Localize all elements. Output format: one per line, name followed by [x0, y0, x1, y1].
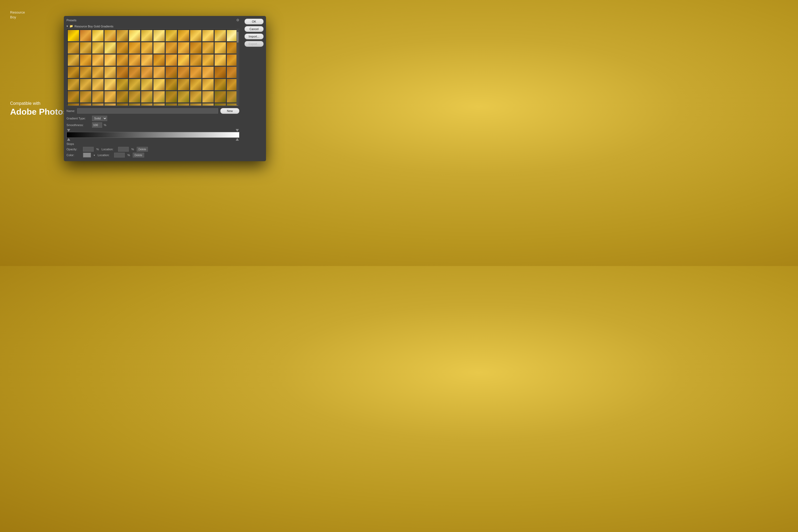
- gradient-cell[interactable]: [68, 42, 79, 54]
- gradient-cell[interactable]: [104, 91, 116, 103]
- gradient-cell[interactable]: [141, 103, 153, 106]
- gradient-cell[interactable]: [166, 66, 177, 78]
- location-color-input[interactable]: [114, 153, 125, 157]
- delete-opacity-button[interactable]: Delete: [137, 147, 148, 152]
- gradient-cell[interactable]: [129, 42, 140, 54]
- gradient-cell[interactable]: [68, 66, 79, 78]
- gradient-cell[interactable]: [92, 66, 104, 78]
- gradient-cell[interactable]: [116, 66, 128, 78]
- gradient-cell[interactable]: [202, 66, 214, 78]
- gradient-cell[interactable]: [166, 42, 177, 54]
- ok-button[interactable]: OK: [244, 19, 264, 24]
- location-opacity-input[interactable]: [118, 147, 129, 152]
- gradient-cell[interactable]: [80, 79, 92, 91]
- gradient-cell[interactable]: [190, 30, 202, 41]
- gradient-cell[interactable]: [68, 54, 79, 66]
- name-input[interactable]: [77, 108, 218, 114]
- color-stop-right[interactable]: [236, 138, 239, 141]
- gear-icon[interactable]: ⚙: [236, 18, 240, 22]
- gradient-cell[interactable]: [104, 30, 116, 41]
- gradient-cell[interactable]: [178, 103, 189, 106]
- gradient-cell[interactable]: [214, 79, 226, 91]
- gradient-cell[interactable]: [92, 30, 104, 41]
- gradient-cell[interactable]: [80, 91, 92, 103]
- gradient-cell[interactable]: [92, 91, 104, 103]
- gradient-cell[interactable]: [190, 66, 202, 78]
- gradient-cell[interactable]: [141, 79, 153, 91]
- gradient-cell[interactable]: [153, 79, 165, 91]
- gradient-cell[interactable]: [202, 91, 214, 103]
- gradient-cell[interactable]: [116, 91, 128, 103]
- cancel-button[interactable]: Cancel: [244, 26, 264, 32]
- gradient-cell[interactable]: [80, 42, 92, 54]
- gradient-cell[interactable]: [92, 42, 104, 54]
- gradient-cell[interactable]: [141, 66, 153, 78]
- gradient-cell[interactable]: [214, 91, 226, 103]
- gradient-cell[interactable]: [80, 30, 92, 41]
- gradient-cell[interactable]: [153, 54, 165, 66]
- gradient-cell[interactable]: [178, 54, 189, 66]
- gradient-cell[interactable]: [153, 91, 165, 103]
- gradient-cell[interactable]: [166, 54, 177, 66]
- scrollbar-thumb[interactable]: [237, 32, 239, 42]
- gradient-cell[interactable]: [92, 103, 104, 106]
- gradient-cell[interactable]: [129, 91, 140, 103]
- gradient-cell[interactable]: [104, 103, 116, 106]
- gradient-cell[interactable]: [202, 42, 214, 54]
- gradient-cell[interactable]: [214, 66, 226, 78]
- gradient-cell[interactable]: [116, 103, 128, 106]
- gradient-cell[interactable]: [92, 79, 104, 91]
- gradient-cell[interactable]: [190, 54, 202, 66]
- gradient-cell[interactable]: [129, 66, 140, 78]
- gradient-cell[interactable]: [80, 54, 92, 66]
- gradient-cell[interactable]: [202, 54, 214, 66]
- gradient-cell[interactable]: [141, 42, 153, 54]
- gradient-cell[interactable]: [141, 30, 153, 41]
- gradient-cell[interactable]: [104, 54, 116, 66]
- import-button[interactable]: Import...: [244, 34, 264, 39]
- gradient-cell[interactable]: [190, 79, 202, 91]
- gradient-cell[interactable]: [153, 103, 165, 106]
- gradient-cell[interactable]: [166, 79, 177, 91]
- gradient-cell[interactable]: [92, 54, 104, 66]
- opacity-input[interactable]: [83, 147, 94, 152]
- gradient-cell[interactable]: [104, 79, 116, 91]
- gradient-cell[interactable]: [116, 54, 128, 66]
- gradient-cell[interactable]: [153, 66, 165, 78]
- gradient-cell[interactable]: [68, 79, 79, 91]
- gradient-cell[interactable]: [166, 30, 177, 41]
- gradient-cell[interactable]: [178, 79, 189, 91]
- gradient-cell[interactable]: [141, 91, 153, 103]
- gradient-cell[interactable]: [178, 42, 189, 54]
- export-button[interactable]: Export...: [244, 41, 264, 47]
- color-dropdown-icon[interactable]: ▾: [94, 154, 95, 157]
- gradient-cell[interactable]: [214, 30, 226, 41]
- gradient-cell[interactable]: [80, 66, 92, 78]
- gradient-cell[interactable]: [141, 54, 153, 66]
- gradient-cell[interactable]: [190, 91, 202, 103]
- gradient-cell[interactable]: [166, 91, 177, 103]
- gradient-cell[interactable]: [68, 103, 79, 106]
- gradient-cell[interactable]: [166, 103, 177, 106]
- gradient-cell[interactable]: [104, 42, 116, 54]
- gradient-cell[interactable]: [214, 54, 226, 66]
- color-swatch[interactable]: [83, 153, 91, 157]
- gradient-cell[interactable]: [178, 30, 189, 41]
- gradient-cell[interactable]: [202, 79, 214, 91]
- gradient-cell[interactable]: [129, 79, 140, 91]
- gradient-cell[interactable]: [116, 79, 128, 91]
- gradient-cell[interactable]: [116, 42, 128, 54]
- gradient-cell[interactable]: [153, 42, 165, 54]
- gradient-cell[interactable]: [214, 103, 226, 106]
- smoothness-input[interactable]: [92, 122, 102, 128]
- gradient-cell[interactable]: [202, 103, 214, 106]
- gradient-cell[interactable]: [190, 42, 202, 54]
- new-button-name-row[interactable]: New: [220, 108, 240, 114]
- opacity-stop-right[interactable]: [236, 129, 239, 132]
- gradient-cell[interactable]: [129, 54, 140, 66]
- gradient-cell[interactable]: [178, 66, 189, 78]
- gradient-cell[interactable]: [190, 103, 202, 106]
- color-stop-left[interactable]: [67, 138, 70, 141]
- gradient-bar[interactable]: [66, 132, 240, 138]
- gradient-cell[interactable]: [202, 30, 214, 41]
